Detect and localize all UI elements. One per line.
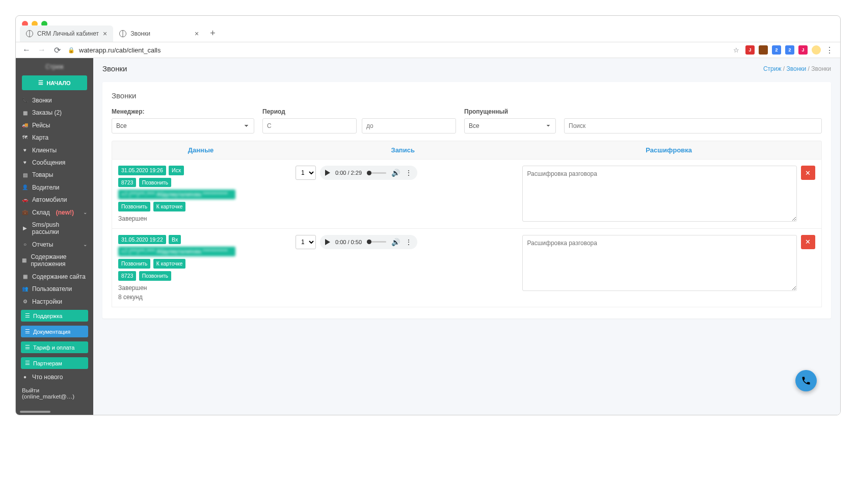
scrollbar[interactable]: [20, 411, 50, 413]
panel-title: Звонки: [112, 91, 822, 100]
delete-button[interactable]: ✕: [801, 235, 815, 249]
sidebar-item-settings[interactable]: ⚙Настройки: [16, 296, 93, 308]
sidebar-item-site-content[interactable]: ▦Содержание сайта: [16, 271, 93, 283]
extension-icons: J 2 2 J ⋮: [745, 45, 834, 55]
logout-link[interactable]: Выйти (online_market@…): [16, 383, 93, 404]
phone-icon: 📞: [22, 97, 28, 103]
profile-avatar[interactable]: [812, 45, 821, 55]
call-button[interactable]: Позвонить: [118, 259, 150, 269]
browser-menu-icon[interactable]: ⋮: [825, 45, 834, 55]
doc-icon: ☰: [25, 328, 30, 335]
search-input[interactable]: [564, 118, 822, 134]
sidebar-item-messages[interactable]: ♥Сообщения: [16, 156, 93, 169]
more-icon[interactable]: ⋮: [405, 169, 412, 177]
docs-button[interactable]: ☰Документация: [21, 326, 88, 337]
call-fab-button[interactable]: [795, 370, 817, 391]
new-tab-button[interactable]: +: [205, 25, 221, 42]
back-button[interactable]: ←: [22, 45, 31, 55]
sidebar-item-app-content[interactable]: ▦Содержание приложения: [16, 251, 93, 271]
more-icon[interactable]: ⋮: [405, 238, 412, 246]
sidebar-item-map[interactable]: 🗺Карта: [16, 131, 93, 144]
cell-transcript: ✕: [516, 229, 821, 307]
reload-button[interactable]: ⟳: [52, 45, 62, 55]
volume-icon[interactable]: 🔊: [391, 238, 400, 246]
grid-icon: ▦: [22, 257, 26, 263]
column-transcript: Расшифровка: [516, 141, 821, 159]
tab-close-icon[interactable]: ×: [195, 30, 199, 38]
speed-select[interactable]: 1: [296, 166, 316, 180]
time-display: 0:00 / 2:29: [335, 170, 362, 176]
card-icon: ☰: [25, 344, 30, 351]
extension-icon[interactable]: [759, 45, 768, 55]
call-button[interactable]: Позвонить: [118, 202, 150, 211]
sidebar-item-sms[interactable]: ▶Sms/push рассылки: [16, 219, 93, 238]
sidebar-item-warehouse[interactable]: 💼Склад(new!)⌄: [16, 206, 93, 219]
breadcrumb-section[interactable]: Звонки: [786, 65, 806, 72]
chevron-down-icon: ⌄: [83, 242, 87, 248]
tab-title: CRM Личный кабинет: [37, 30, 99, 37]
browser-tab-crm[interactable]: CRM Личный кабинет ×: [20, 25, 113, 42]
speed-select[interactable]: 1: [296, 235, 316, 249]
phone-tag[interactable]: +7 (***)***-**** Абдулмуталипова *******…: [118, 190, 235, 199]
card-button[interactable]: К карточке: [153, 202, 186, 211]
extension-icon[interactable]: 2: [785, 45, 794, 55]
progress-bar[interactable]: [367, 241, 386, 243]
column-record: Запись: [289, 141, 516, 159]
card-button[interactable]: К карточке: [153, 259, 186, 269]
extension-icon[interactable]: J: [798, 45, 808, 55]
transcript-textarea[interactable]: [522, 235, 797, 291]
truck-icon: 🚚: [22, 122, 28, 128]
call-button[interactable]: Позвонить: [139, 178, 171, 188]
play-button[interactable]: [325, 239, 330, 245]
period-from-input[interactable]: [262, 118, 357, 134]
missed-select[interactable]: Все: [464, 118, 556, 134]
page-header: Звонки Стриж / Звонки / Звонки: [93, 58, 840, 79]
sidebar-item-products[interactable]: ▤Товары: [16, 169, 93, 181]
ext-tag[interactable]: 8723: [118, 271, 136, 281]
delete-button[interactable]: ✕: [801, 166, 815, 180]
datetime-tag[interactable]: 31.05.2020 19:22: [118, 235, 166, 245]
direction-tag[interactable]: Вх: [169, 235, 181, 245]
browser-tab-calls[interactable]: Звонки ×: [113, 25, 205, 42]
sidebar-item-calls[interactable]: 📞Звонки: [16, 94, 93, 107]
extension-icon[interactable]: 2: [772, 45, 781, 55]
sidebar-item-routes[interactable]: 🚚Рейсы: [16, 119, 93, 131]
forward-button[interactable]: →: [37, 45, 46, 55]
circle-icon: ○: [22, 242, 28, 248]
period-to-input[interactable]: [362, 118, 456, 134]
bookmark-icon[interactable]: ☆: [733, 46, 739, 54]
tab-title: Звонки: [130, 30, 150, 37]
url-text: waterapp.ru/cab/client_calls: [79, 46, 160, 54]
cell-record: 1 0:00 / 0:50 🔊 ⋮: [289, 229, 516, 307]
status-text: Завершен: [118, 284, 283, 291]
tab-close-icon[interactable]: ×: [103, 30, 107, 38]
transcript-textarea[interactable]: [522, 166, 797, 222]
progress-bar[interactable]: [367, 172, 386, 174]
sidebar-item-reports[interactable]: ○Отчеты⌄: [16, 238, 93, 251]
support-button[interactable]: ☰Поддержка: [21, 310, 88, 322]
partners-button[interactable]: ☰Партнерам: [21, 357, 88, 369]
phone-tag[interactable]: +7 (***)***-**** Абдулмуталипова *******…: [118, 247, 235, 256]
sidebar-item-drivers[interactable]: 👤Водители: [16, 181, 93, 194]
volume-icon[interactable]: 🔊: [391, 169, 400, 177]
sidebar-item-orders[interactable]: ▦Заказы (2): [16, 107, 93, 119]
period-label: Период: [262, 108, 456, 115]
datetime-tag[interactable]: 31.05.2020 19:26: [118, 166, 166, 175]
sidebar-item-whatsnew[interactable]: ●Что нового: [16, 371, 93, 383]
extension-icon[interactable]: J: [745, 45, 755, 55]
sidebar-item-cars[interactable]: 🚗Автомобили: [16, 194, 93, 206]
chevron-down-icon: ⌄: [83, 209, 87, 216]
breadcrumb-root[interactable]: Стриж: [763, 65, 782, 72]
gear-icon: ⚙: [22, 299, 28, 305]
play-button[interactable]: [325, 170, 330, 176]
call-button[interactable]: Позвонить: [139, 271, 171, 281]
direction-tag[interactable]: Исх: [169, 166, 184, 175]
manager-select[interactable]: Все: [112, 118, 254, 134]
url-input[interactable]: 🔒 waterapp.ru/cab/client_calls: [68, 46, 727, 54]
sidebar-item-users[interactable]: 👥Пользователи: [16, 283, 93, 295]
ext-tag[interactable]: 8723: [118, 178, 136, 188]
breadcrumb: Стриж / Звонки / Звонки: [763, 65, 831, 72]
tariff-button[interactable]: ☰Тариф и оплата: [21, 341, 88, 353]
sidebar-item-clients[interactable]: ♥Клиенты: [16, 144, 93, 156]
start-button[interactable]: ☰ НАЧАЛО: [22, 75, 87, 90]
